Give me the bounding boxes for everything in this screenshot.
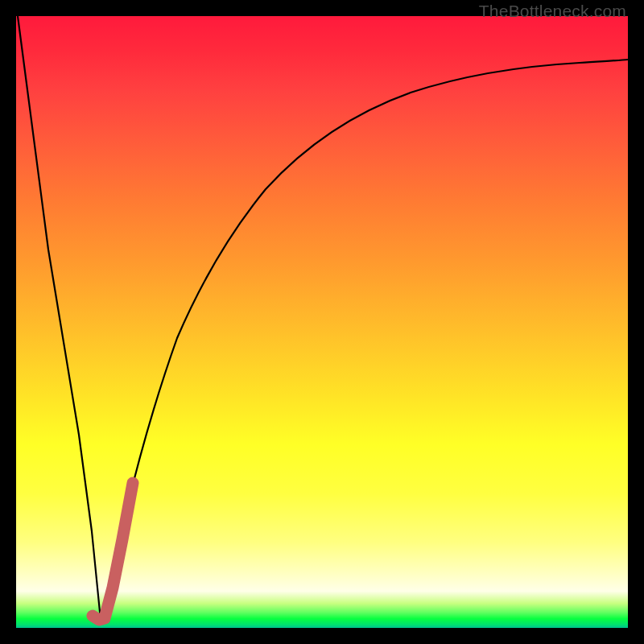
curve-layer [16,16,628,628]
bottleneck-curve-right [102,60,628,621]
chart-canvas: TheBottleneck.com [0,0,644,644]
watermark-text: TheBottleneck.com [479,2,626,21]
plot-area [16,16,628,628]
bottleneck-curve-left [18,16,102,621]
